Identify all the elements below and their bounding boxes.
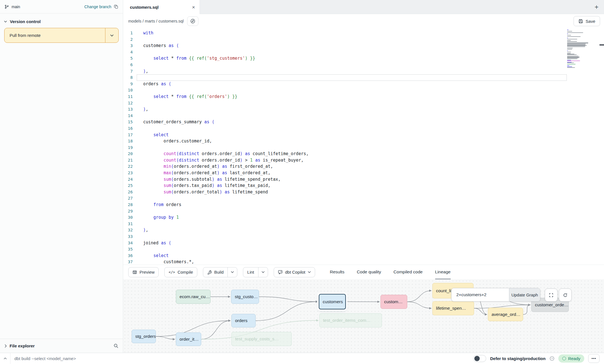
code-line[interactable]: 1with: [123, 30, 604, 36]
code-line[interactable]: 32),: [123, 227, 604, 233]
code-line[interactable]: 16: [123, 125, 604, 132]
tab-lineage[interactable]: Lineage: [435, 265, 451, 279]
code-line[interactable]: 3customers as (: [123, 43, 604, 49]
version-control-header[interactable]: Version control: [0, 14, 123, 28]
code-line[interactable]: 33: [123, 233, 604, 240]
file-explorer-bar[interactable]: File explorer: [0, 339, 123, 353]
code-line[interactable]: 22 min(orders.ordered_at) as first_order…: [123, 163, 604, 170]
save-button[interactable]: Save: [574, 16, 600, 26]
copy-icon[interactable]: [114, 5, 118, 9]
code-line[interactable]: 37 customers.*,: [123, 259, 604, 265]
lint-label: Lint: [247, 270, 254, 274]
code-line[interactable]: 31: [123, 221, 604, 227]
refresh-button[interactable]: [559, 289, 572, 302]
close-icon[interactable]: ×: [192, 5, 195, 10]
code-line[interactable]: 18 orders.customer_id,: [123, 138, 604, 144]
tab-code-quality[interactable]: Code quality: [357, 265, 381, 279]
code-line[interactable]: 21 count(distinct orders.order_id) > 1 a…: [123, 157, 604, 164]
code-line[interactable]: 9orders as (: [123, 81, 604, 87]
breadcrumb-row: models / marts / customers.sql Save: [123, 14, 604, 28]
code-line[interactable]: 26 sum(orders.order_total) as lifetime_s…: [123, 189, 604, 195]
code-line[interactable]: 15customer_orders_summary as (: [123, 119, 604, 125]
line-number: 13: [123, 106, 137, 113]
dbt-copilot-button[interactable]: dbt Copilot: [274, 267, 315, 277]
code-line[interactable]: 23 max(orders.ordered_at) as last_ordere…: [123, 170, 604, 176]
code-line[interactable]: 6: [123, 62, 604, 68]
command-bar-expand[interactable]: [0, 353, 10, 364]
line-number: 21: [123, 157, 137, 164]
code-line[interactable]: 24 sum(orders.subtotal) as lifetime_spen…: [123, 176, 604, 183]
line-number: 36: [123, 253, 137, 259]
code-line[interactable]: 8: [123, 74, 604, 81]
lineage-node-raw_customers[interactable]: ecom.raw_cu…: [176, 290, 211, 304]
new-tab-button[interactable]: +: [589, 0, 604, 14]
tab-compiled-code[interactable]: Compiled code: [393, 265, 422, 279]
code-line[interactable]: 4: [123, 49, 604, 55]
line-number: 11: [123, 93, 137, 100]
lineage-node-average_order[interactable]: average_ord…: [488, 308, 523, 321]
code-line[interactable]: 25 sum(orders.tax_paid) as lifetime_tax_…: [123, 182, 604, 189]
change-branch-link[interactable]: Change branch: [84, 5, 111, 9]
code-line[interactable]: 10: [123, 87, 604, 93]
tab-customers-sql[interactable]: customers.sql ×: [123, 0, 200, 14]
lineage-node-test_order_items[interactable]: test_order_items_com…: [319, 313, 382, 327]
more-options-button[interactable]: •••: [588, 354, 599, 363]
code-line[interactable]: 14: [123, 113, 604, 119]
code-line[interactable]: 12: [123, 100, 604, 106]
tab-results[interactable]: Results: [330, 265, 344, 279]
code-line[interactable]: 20 count(distinct orders.order_id) as co…: [123, 151, 604, 157]
code-editor[interactable]: 1with23customers as (45 select * from {{…: [123, 28, 604, 265]
code-line[interactable]: 11 select * from {{ ref('orders') }}: [123, 93, 604, 100]
search-icon[interactable]: [114, 343, 118, 348]
defer-toggle[interactable]: [473, 355, 486, 362]
code-line[interactable]: 34joined as (: [123, 240, 604, 246]
lineage-node-test_supply[interactable]: test_supply_costs_s…: [231, 332, 292, 346]
command-input[interactable]: dbt build --select <model_name>: [14, 356, 473, 361]
lint-button[interactable]: Lint: [243, 267, 268, 277]
line-number: 29: [123, 208, 137, 215]
line-number: 31: [123, 221, 137, 227]
code-line[interactable]: 28 from orders: [123, 202, 604, 208]
lineage-node-stg_orders[interactable]: stg_orders: [132, 330, 156, 343]
line-number: 15: [123, 119, 137, 125]
help-icon[interactable]: ?: [550, 356, 554, 361]
lineage-node-customers[interactable]: customers: [319, 294, 346, 309]
lineage-node-stg_customers[interactable]: stg_custo…: [231, 290, 259, 304]
build-options-caret[interactable]: [227, 267, 237, 277]
code-line[interactable]: 2: [123, 36, 604, 43]
code-line[interactable]: 29: [123, 208, 604, 215]
pull-from-remote-button[interactable]: Pull from remote: [4, 28, 119, 43]
update-graph-button[interactable]: Update Graph: [509, 288, 540, 301]
lint-options-caret[interactable]: [258, 267, 268, 277]
code-line[interactable]: 19: [123, 144, 604, 151]
minimap[interactable]: [567, 30, 589, 68]
lineage-node-lifetime_spend[interactable]: lifetime_spen…: [432, 301, 474, 315]
code-line[interactable]: 13),: [123, 106, 604, 113]
status-badge[interactable]: Ready: [558, 354, 584, 363]
lineage-node-order_items[interactable]: order_it…: [176, 332, 201, 346]
lineage-node-label: customers: [323, 299, 343, 304]
code-line[interactable]: 30 group by 1: [123, 214, 604, 221]
code-line[interactable]: 5 select * from {{ ref('stg_customers') …: [123, 55, 604, 62]
lineage-search-input[interactable]: 2+customers+2: [452, 288, 509, 301]
lineage-node-orders[interactable]: orders: [231, 314, 256, 327]
compass-icon[interactable]: [187, 16, 198, 26]
code-line[interactable]: 17 select: [123, 132, 604, 138]
fullscreen-button[interactable]: [545, 289, 557, 302]
lineage-panel[interactable]: ecom.raw_cu…stg_custo…ordersstg_ordersor…: [123, 279, 604, 353]
code-lines: 1with23customers as (45 select * from {{…: [123, 28, 604, 265]
compile-button[interactable]: </> Compile: [164, 267, 197, 277]
line-number: 2: [123, 36, 137, 43]
lineage-node-customer_pink[interactable]: custom…: [380, 295, 407, 309]
code-line[interactable]: 7),: [123, 68, 604, 75]
code-line[interactable]: 35: [123, 246, 604, 253]
build-button[interactable]: Build: [203, 267, 237, 277]
lineage-node-label: stg_orders: [135, 334, 156, 339]
line-number: 5: [123, 55, 137, 62]
preview-button[interactable]: Preview: [128, 267, 159, 277]
code-line[interactable]: 27: [123, 195, 604, 202]
scrollbar-thumb[interactable]: [599, 44, 604, 46]
pull-options-caret[interactable]: [105, 28, 118, 43]
sidebar: main Change branch Version control Pull …: [0, 0, 123, 353]
code-line[interactable]: 36 select: [123, 253, 604, 259]
